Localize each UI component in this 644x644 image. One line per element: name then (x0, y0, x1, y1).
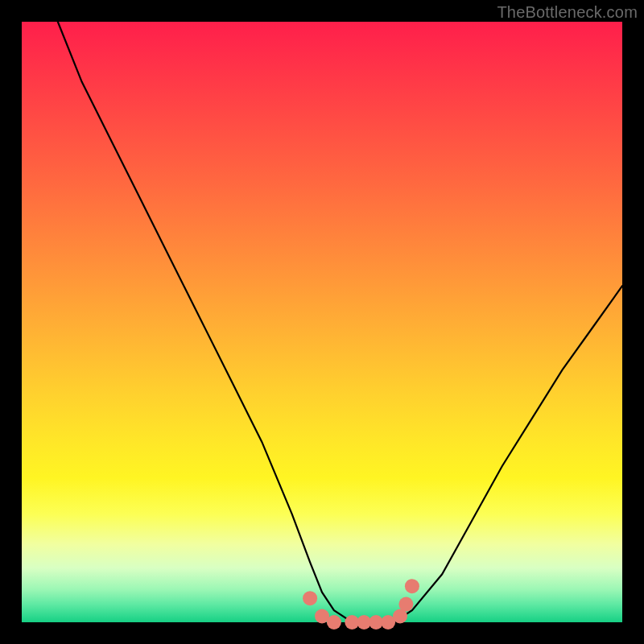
chart-svg (22, 22, 622, 622)
chart-frame: TheBottleneck.com (0, 0, 644, 644)
marker-dot (303, 591, 317, 605)
plot-area (22, 22, 622, 622)
watermark-text: TheBottleneck.com (497, 3, 638, 22)
bottleneck-curve (58, 22, 622, 622)
marker-dot (405, 579, 419, 593)
marker-dot (398, 597, 413, 612)
marker-dot (327, 615, 341, 630)
